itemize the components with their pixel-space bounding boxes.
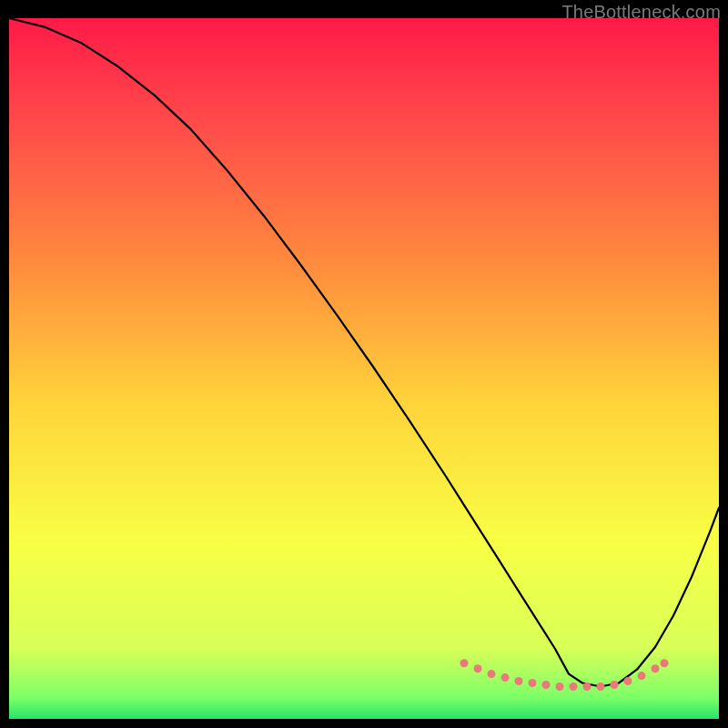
highlight-dot bbox=[597, 682, 605, 691]
highlight-dot bbox=[624, 677, 632, 685]
highlight-dot bbox=[501, 673, 510, 682]
watermark-text: TheBottleneck.com bbox=[561, 2, 721, 23]
highlight-dot bbox=[515, 677, 523, 685]
highlight-dot bbox=[638, 672, 646, 680]
highlight-dot bbox=[488, 670, 496, 678]
highlight-dot bbox=[460, 659, 469, 667]
highlight-dot bbox=[570, 682, 578, 691]
highlight-dot bbox=[652, 664, 660, 672]
highlight-dot bbox=[542, 681, 551, 689]
highlight-dot bbox=[529, 679, 537, 687]
highlight-dot bbox=[611, 681, 619, 689]
highlight-dot bbox=[474, 664, 482, 672]
chart-svg bbox=[0, 0, 728, 728]
highlight-dot bbox=[661, 659, 669, 667]
highlight-dot bbox=[556, 682, 564, 691]
plot-background bbox=[9, 18, 719, 719]
chart-stage: TheBottleneck.com bbox=[0, 0, 728, 728]
highlight-dot bbox=[583, 682, 592, 691]
